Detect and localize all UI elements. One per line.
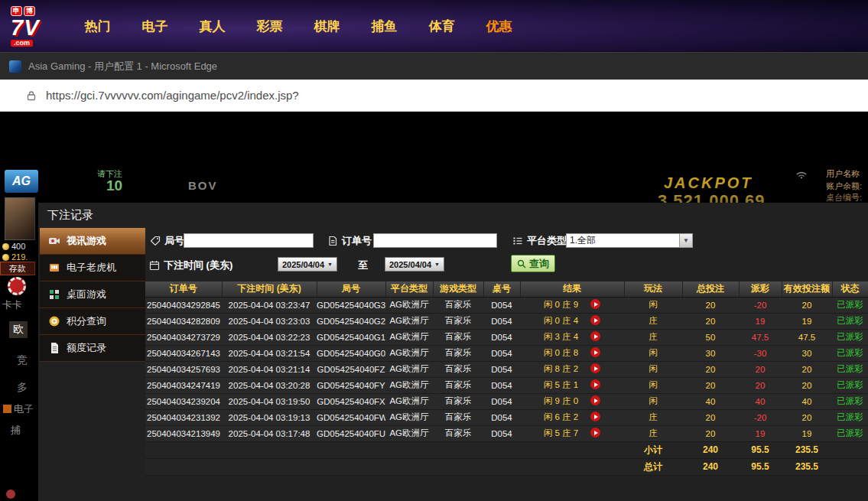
cell-round: GD054254040FW [317, 409, 385, 425]
cell-game: 百家乐 [433, 377, 483, 393]
replay-play-icon[interactable] [590, 331, 600, 341]
nav-item-slots[interactable]: 电子 [126, 18, 184, 35]
cell-result: 闲 0 庄 4 [520, 313, 624, 329]
cell-game: 百家乐 [433, 409, 483, 425]
main-nav: 热门 电子 真人 彩票 棋牌 捕鱼 体育 优惠 [69, 18, 528, 35]
ag-logo: AG [5, 170, 38, 193]
balance-amount: 400 [2, 242, 25, 251]
col-play: 玩法 [624, 281, 682, 297]
cell-table: D054 [483, 377, 520, 393]
round-number-input[interactable] [184, 233, 314, 248]
cell-platform: AG欧洲厅 [385, 313, 433, 329]
search-button[interactable]: 查询 [511, 255, 555, 272]
cell-play: 闲 [624, 361, 682, 377]
total-row: 总计 240 95.5 235.5 [145, 458, 868, 475]
cell-status: 已派彩 [832, 345, 868, 361]
replay-play-icon[interactable] [590, 412, 600, 421]
avatar [5, 197, 35, 240]
duo-label: 多 [17, 381, 28, 395]
replay-play-icon[interactable] [590, 428, 600, 438]
cell-platform: AG欧洲厅 [385, 409, 433, 425]
dianzi-label: 电子 [3, 402, 34, 416]
cell-status: 已派彩 [832, 425, 868, 441]
cell-table: D054 [483, 345, 520, 361]
cell-game: 百家乐 [433, 393, 483, 409]
lock-icon[interactable] [26, 90, 37, 101]
cell-table: D054 [483, 361, 520, 377]
replay-play-icon[interactable] [590, 347, 600, 357]
col-order: 订单号 [145, 281, 222, 297]
nav-item-sports[interactable]: 体育 [413, 18, 470, 35]
col-valid: 有效投注额 [782, 281, 832, 297]
cell-status: 已派彩 [832, 297, 868, 313]
round-number-label: 局号 [150, 234, 184, 248]
nav-item-hot[interactable]: 热门 [69, 18, 126, 35]
subtotal-payout: 95.5 [739, 441, 782, 458]
nav-item-promo[interactable]: 优惠 [470, 18, 528, 35]
result-text: 闲 0 庄 9 [544, 300, 578, 309]
logo-suffix: .com [11, 40, 33, 47]
nav-item-cards[interactable]: 棋牌 [298, 18, 356, 35]
list-icon [512, 236, 523, 246]
cell-game: 百家乐 [433, 329, 483, 345]
cell-valid: 19 [782, 313, 832, 329]
date-from-picker[interactable]: 2025/04/04 ▼ [278, 257, 337, 272]
platform-type-select[interactable]: 1.全部 ▼ [566, 233, 693, 248]
cell-status: 已派彩 [832, 393, 868, 409]
cell-valid: 20 [782, 361, 832, 377]
cell-order: 250404034239204 [145, 393, 222, 409]
cell-bet: 20 [682, 409, 739, 425]
replay-play-icon[interactable] [590, 395, 600, 405]
result-text: 闲 9 庄 0 [544, 396, 578, 405]
cell-platform: AG欧洲厅 [385, 393, 433, 409]
chevron-down-icon: ▼ [327, 262, 333, 267]
table-row: 2504040342576932025-04-04 03:21:14GD0542… [145, 361, 868, 377]
table-row: 2504040342737292025-04-04 03:22:23GD0542… [145, 329, 868, 345]
sidebar-item-credit-records[interactable]: 额度记录 [40, 335, 145, 362]
cell-result: 闲 8 庄 2 [520, 361, 624, 377]
col-time: 下注时间 (美东) [222, 281, 317, 297]
order-doc-icon [327, 236, 338, 246]
cell-status: 已派彩 [832, 377, 868, 393]
nav-item-lottery[interactable]: 彩票 [241, 18, 298, 35]
sidebar-item-points[interactable]: 积分查询 [40, 308, 145, 335]
replay-play-icon[interactable] [590, 299, 600, 309]
slot-machine-icon [48, 262, 60, 274]
slots-mini-icon [3, 405, 11, 413]
cell-result: 闲 3 庄 4 [520, 329, 624, 345]
nav-item-fishing[interactable]: 捕鱼 [356, 18, 413, 35]
url-text[interactable]: https://gci.7vvvvvv.com/agingame/pcv2/in… [46, 89, 299, 102]
order-number-input[interactable] [373, 233, 497, 248]
cell-platform: AG欧洲厅 [385, 297, 433, 313]
sidebar-item-slots[interactable]: 电子老虎机 [40, 255, 145, 281]
cell-result: 闲 5 庄 1 [520, 377, 624, 393]
cell-order: 250404034213949 [145, 425, 222, 441]
replay-play-icon[interactable] [590, 363, 600, 373]
chevron-down-icon[interactable]: ▼ [679, 234, 692, 247]
search-icon [517, 259, 526, 268]
cell-order: 250404034257693 [145, 361, 222, 377]
nav-item-live[interactable]: 真人 [184, 18, 241, 35]
sidebar-item-table-games[interactable]: 桌面游戏 [40, 281, 145, 308]
col-game: 游戏类型 [433, 281, 483, 297]
date-to-picker[interactable]: 2025/04/04 ▼ [385, 257, 444, 272]
cell-payout: 20 [739, 361, 782, 377]
site-logo[interactable]: 申 博 7V .com [11, 6, 61, 47]
cell-round: GD054254040G1 [317, 329, 385, 345]
cell-platform: AG欧洲厅 [385, 345, 433, 361]
cell-result: 闲 6 庄 2 [520, 409, 624, 425]
logo-text: 7V [11, 17, 39, 39]
replay-play-icon[interactable] [590, 379, 600, 389]
deposit-button: 存款 [0, 262, 35, 275]
replay-play-icon[interactable] [590, 315, 600, 325]
cell-round: GD054254040FX [317, 393, 385, 409]
table-number-label: 桌台编号: [826, 192, 862, 203]
site-navbar: 申 博 7V .com 热门 电子 真人 彩票 棋牌 捕鱼 体育 优惠 [0, 0, 868, 52]
cell-game: 百家乐 [433, 425, 483, 441]
cell-valid: 20 [782, 377, 832, 393]
cell-order: 250404034292845 [145, 297, 222, 313]
cell-time: 2025-04-04 03:21:54 [222, 345, 317, 361]
sidebar-item-live-games[interactable]: 视讯游戏 [40, 228, 145, 255]
result-text: 闲 3 庄 4 [544, 332, 578, 341]
address-bar[interactable]: https://gci.7vvvvvv.com/agingame/pcv2/in… [0, 80, 868, 112]
